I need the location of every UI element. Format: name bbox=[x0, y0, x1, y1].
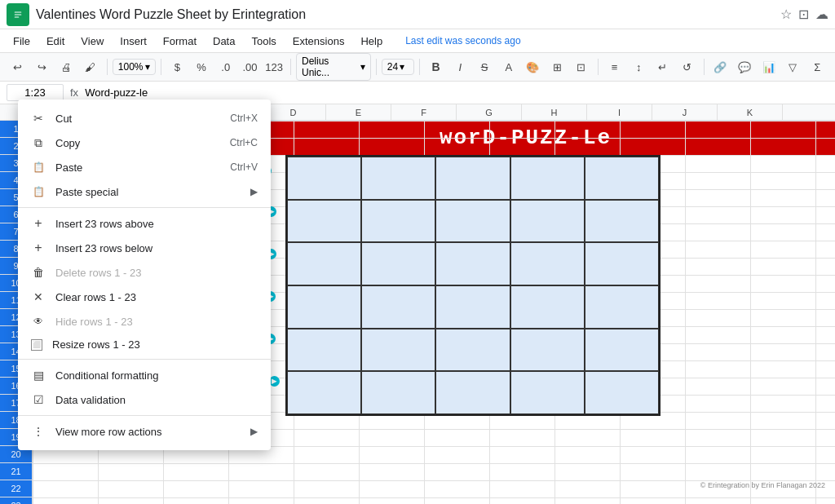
percent-btn[interactable]: % bbox=[190, 55, 213, 78]
puzzle-cell-6-2[interactable] bbox=[361, 371, 435, 414]
text-color-btn[interactable]: A bbox=[497, 55, 520, 78]
ctx-data-val[interactable]: ☑ Data validation bbox=[18, 387, 271, 412]
puzzle-cell-2-2[interactable] bbox=[361, 200, 435, 243]
puzzle-cell-1-5[interactable] bbox=[585, 157, 659, 200]
puzzle-cell-3-2[interactable] bbox=[361, 242, 435, 285]
zoom-control[interactable]: 100%▾ bbox=[113, 59, 156, 75]
menu-extensions[interactable]: Extensions bbox=[286, 33, 351, 49]
puzzle-cell-4-3[interactable] bbox=[435, 285, 510, 329]
col-header-e[interactable]: E bbox=[326, 104, 391, 120]
star-icon[interactable]: ☆ bbox=[780, 7, 792, 22]
puzzle-cell-2-5[interactable] bbox=[585, 200, 659, 243]
col-header-g[interactable]: G bbox=[457, 104, 522, 120]
ctx-insert-below[interactable]: + Insert 23 rows below bbox=[18, 236, 271, 260]
print-btn[interactable]: 🖨 bbox=[55, 55, 77, 78]
fill-color-btn[interactable]: 🎨 bbox=[522, 55, 545, 78]
puzzle-cell-6-3[interactable] bbox=[435, 371, 510, 414]
menu-view[interactable]: View bbox=[74, 33, 110, 49]
puzzle-cell-3-5[interactable] bbox=[585, 242, 659, 285]
paste-icon: 📋 bbox=[31, 160, 46, 175]
sep1 bbox=[107, 59, 108, 75]
strikethrough-btn[interactable]: S bbox=[473, 55, 496, 78]
valign-btn[interactable]: ↕ bbox=[627, 55, 650, 78]
font-selector[interactable]: Delius Unic...▾ bbox=[296, 53, 371, 81]
puzzle-cell-4-4[interactable] bbox=[510, 285, 585, 329]
borders-btn[interactable]: ⊞ bbox=[546, 55, 568, 78]
ctx-paste[interactable]: 📋 Paste Ctrl+V bbox=[18, 155, 271, 179]
sep4 bbox=[376, 59, 377, 75]
currency-btn[interactable]: $ bbox=[166, 55, 188, 78]
row-header-22[interactable]: 22 bbox=[0, 480, 32, 497]
link-btn[interactable]: 🔗 bbox=[709, 55, 732, 78]
ctx-resize-rows[interactable]: ⬜ Resize rows 1 - 23 bbox=[18, 334, 271, 356]
ctx-paste-shortcut: Ctrl+V bbox=[230, 161, 258, 173]
decimal1-btn[interactable]: .0 bbox=[214, 55, 237, 78]
decimal2-btn[interactable]: .00 bbox=[239, 55, 262, 78]
cloud-icon[interactable]: ☁ bbox=[815, 7, 828, 22]
ctx-insert-above[interactable]: + Insert 23 rows above bbox=[18, 211, 271, 236]
chart-btn[interactable]: 📊 bbox=[758, 55, 780, 78]
ctx-copy-shortcut: Ctrl+C bbox=[230, 137, 258, 148]
row-header-21[interactable]: 21 bbox=[0, 463, 32, 480]
puzzle-cell-2-3[interactable] bbox=[435, 200, 510, 243]
comment-btn[interactable]: 💬 bbox=[733, 55, 756, 78]
puzzle-cell-5-1[interactable] bbox=[287, 329, 361, 372]
formula-input[interactable] bbox=[85, 86, 828, 99]
menu-tools[interactable]: Tools bbox=[245, 33, 282, 49]
puzzle-cell-5-4[interactable] bbox=[510, 329, 585, 372]
bold-btn[interactable]: B bbox=[425, 55, 448, 78]
puzzle-cell-2-1[interactable] bbox=[287, 200, 361, 243]
undo-btn[interactable]: ↩ bbox=[7, 55, 29, 78]
puzzle-cell-4-2[interactable] bbox=[361, 285, 435, 329]
menu-format[interactable]: Format bbox=[157, 33, 203, 49]
present-icon[interactable]: ⊡ bbox=[798, 7, 809, 22]
number-format-btn[interactable]: 123 bbox=[263, 55, 285, 78]
function-btn[interactable]: Σ bbox=[806, 55, 828, 78]
puzzle-cell-4-5[interactable] bbox=[585, 285, 659, 329]
puzzle-cell-5-5[interactable] bbox=[585, 329, 659, 372]
ctx-cut[interactable]: ✂ Cut Ctrl+X bbox=[18, 106, 271, 130]
puzzle-cell-4-1[interactable] bbox=[287, 285, 361, 329]
puzzle-cell-2-4[interactable] bbox=[510, 200, 585, 243]
puzzle-cell-3-1[interactable] bbox=[287, 242, 361, 285]
col-header-i[interactable]: I bbox=[587, 104, 652, 120]
col-header-d[interactable]: D bbox=[261, 104, 326, 120]
font-size-selector[interactable]: 24▾ bbox=[382, 59, 414, 75]
puzzle-cell-5-2[interactable] bbox=[361, 329, 435, 372]
merge-btn[interactable]: ⊡ bbox=[570, 55, 593, 78]
redo-btn[interactable]: ↪ bbox=[31, 55, 54, 78]
puzzle-cell-3-3[interactable] bbox=[435, 242, 510, 285]
menu-bar: File Edit View Insert Format Data Tools … bbox=[0, 29, 835, 52]
cell-ref[interactable]: 1:23 bbox=[7, 84, 64, 101]
menu-help[interactable]: Help bbox=[354, 33, 389, 49]
puzzle-cell-1-2[interactable] bbox=[361, 157, 435, 200]
paint-format-btn[interactable]: 🖌 bbox=[79, 55, 102, 78]
col-header-k[interactable]: K bbox=[718, 104, 783, 120]
puzzle-cell-3-4[interactable] bbox=[510, 242, 585, 285]
puzzle-cell-6-5[interactable] bbox=[585, 371, 659, 414]
ctx-paste-special[interactable]: 📋 Paste special ▶ bbox=[18, 179, 271, 204]
menu-insert[interactable]: Insert bbox=[113, 33, 153, 49]
puzzle-cell-6-1[interactable] bbox=[287, 371, 361, 414]
filter-btn[interactable]: ▽ bbox=[782, 55, 805, 78]
rotate-btn[interactable]: ↺ bbox=[676, 55, 699, 78]
menu-data[interactable]: Data bbox=[206, 33, 241, 49]
puzzle-cell-1-4[interactable] bbox=[510, 157, 585, 200]
italic-btn[interactable]: I bbox=[449, 55, 472, 78]
puzzle-cell-5-3[interactable] bbox=[435, 329, 510, 372]
puzzle-cell-1-1[interactable] bbox=[287, 157, 361, 200]
col-header-j[interactable]: J bbox=[652, 104, 718, 120]
row-header-23[interactable]: 23 bbox=[0, 497, 32, 504]
wrap-btn[interactable]: ↵ bbox=[652, 55, 674, 78]
menu-edit[interactable]: Edit bbox=[40, 33, 71, 49]
ctx-copy[interactable]: ⧉ Copy Ctrl+C bbox=[18, 130, 271, 155]
col-header-h[interactable]: H bbox=[522, 104, 587, 120]
col-header-f[interactable]: F bbox=[391, 104, 457, 120]
align-btn[interactable]: ≡ bbox=[603, 55, 626, 78]
ctx-more-actions[interactable]: ⋮ View more row actions ▶ bbox=[18, 419, 271, 444]
ctx-clear-rows[interactable]: ✕ Clear rows 1 - 23 bbox=[18, 285, 271, 309]
puzzle-cell-1-3[interactable] bbox=[435, 157, 510, 200]
puzzle-cell-6-4[interactable] bbox=[510, 371, 585, 414]
ctx-cond-format[interactable]: ▤ Conditional formatting bbox=[18, 363, 271, 387]
menu-file[interactable]: File bbox=[7, 33, 37, 49]
